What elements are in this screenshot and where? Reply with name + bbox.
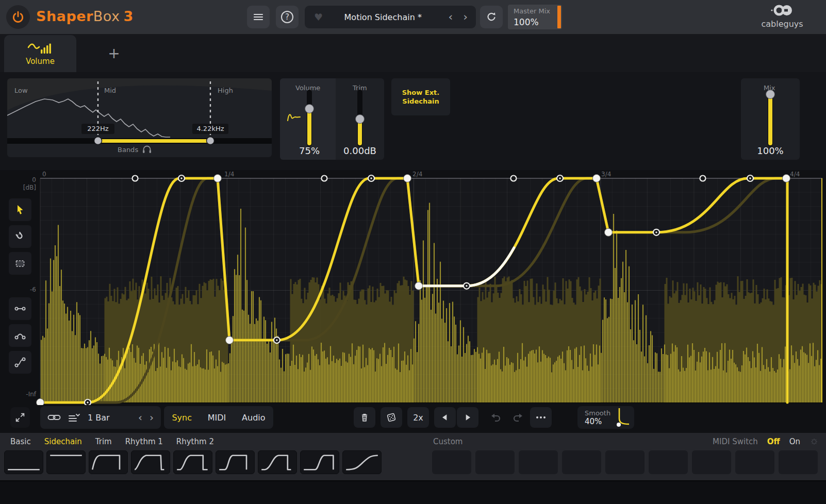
curve-node-ring[interactable] [510, 176, 516, 181]
mix-slider[interactable] [768, 90, 773, 146]
master-mix-control[interactable]: Master Mix 100% [508, 5, 562, 29]
mix-slider-knob[interactable] [766, 90, 775, 99]
crossover-freq-mid-high[interactable]: 4.22kHz [192, 124, 228, 134]
preset-next-button[interactable]: › [458, 6, 473, 28]
volume-slider-knob[interactable] [305, 104, 314, 113]
tool-pointer-button[interactable] [9, 198, 31, 221]
smooth-control[interactable]: Smooth 40% [577, 406, 634, 429]
curve-node-ring[interactable] [133, 176, 138, 181]
curve-node-ringdot[interactable] [653, 229, 659, 236]
double-pattern-button[interactable]: 2x [407, 407, 429, 428]
curve-node-filled[interactable] [37, 399, 44, 406]
bands-panel[interactable]: Low Mid High 222Hz 4.22kHz Bands [7, 78, 272, 157]
custom-wave-slot-4[interactable] [562, 450, 601, 474]
band-mid-label: Mid [104, 87, 116, 94]
trim-slider-knob[interactable] [355, 114, 365, 124]
clear-wave-button[interactable] [354, 407, 375, 428]
band-split-handle-mid-high[interactable] [207, 137, 214, 145]
curve-node-filled[interactable] [404, 175, 411, 182]
category-rhythm2[interactable]: Rhythm 2 [176, 437, 214, 446]
curve-node-filled[interactable] [213, 175, 221, 182]
custom-wave-slot-8[interactable] [735, 450, 774, 474]
tool-arc-button[interactable] [9, 324, 31, 347]
custom-wave-slot-6[interactable] [649, 450, 688, 474]
add-shaper-button[interactable]: + [105, 45, 123, 63]
wave-preset-ramp-s[interactable] [342, 450, 382, 474]
wave-preset-flat-low[interactable] [4, 450, 43, 474]
preset-prev-button[interactable]: ‹ [443, 6, 458, 28]
shift-right-button[interactable] [457, 407, 478, 428]
tool-marquee-button[interactable] [9, 252, 31, 275]
wave-preset-sidechain-1[interactable] [89, 450, 128, 474]
wave-preset-sidechain-6[interactable] [300, 450, 339, 474]
favorite-heart-icon[interactable]: ♥ [314, 11, 323, 23]
curve-node-ringdot[interactable] [557, 175, 563, 181]
curve-node-ringdot[interactable] [747, 175, 753, 181]
midi-switch-off-button[interactable]: Off [767, 437, 780, 446]
midi-switch-settings-gear-icon[interactable] [810, 437, 819, 446]
curve-node-ringdot[interactable] [178, 175, 185, 181]
curve-node-filled[interactable] [592, 175, 600, 182]
master-mix-slider[interactable] [557, 6, 561, 28]
lfo-plot[interactable] [0, 170, 826, 405]
custom-wave-slot-2[interactable] [475, 450, 515, 474]
custom-wave-slot-3[interactable] [519, 450, 558, 474]
curve-node-ring[interactable] [321, 176, 327, 181]
show-ext-sidechain-button[interactable]: Show Ext. Sidechain [391, 78, 450, 115]
reset-preset-button[interactable] [480, 6, 503, 28]
category-trim[interactable]: Trim [95, 437, 112, 446]
curve-node-filled[interactable] [782, 175, 790, 182]
shift-left-button[interactable] [434, 407, 456, 428]
custom-wave-slot-1[interactable] [432, 450, 471, 474]
cableguys-brand[interactable]: cableguys [744, 3, 821, 32]
custom-wave-slot-7[interactable] [692, 450, 731, 474]
category-basic[interactable]: Basic [10, 437, 31, 446]
menu-button[interactable] [247, 6, 270, 28]
wave-preset-flat-high[interactable] [46, 450, 86, 474]
curve-node-ringdot[interactable] [464, 283, 470, 289]
randomize-button[interactable] [381, 407, 402, 428]
length-next-button[interactable]: › [150, 411, 154, 424]
custom-wave-slot-5[interactable] [605, 450, 645, 474]
loop-length-value[interactable]: 1 Bar [88, 413, 110, 423]
mode-audio-button[interactable]: Audio [242, 413, 265, 423]
power-button[interactable] [6, 5, 30, 29]
tab-volume[interactable]: Volume [4, 35, 76, 72]
length-prev-button[interactable]: ‹ [138, 411, 142, 424]
band-split-handle-low-mid[interactable] [94, 137, 102, 145]
curve-node-ringdot[interactable] [274, 337, 280, 343]
curve-node-ring[interactable] [700, 176, 705, 181]
redo-button[interactable] [507, 407, 529, 428]
mode-midi-button[interactable]: MIDI [208, 413, 226, 423]
length-menu-icon[interactable] [68, 412, 80, 423]
midi-switch-on-button[interactable]: On [789, 437, 800, 446]
lfo-editor[interactable]: 0 1/4 2/4 3/4 4/4 0 [dB] -6 -Inf [0, 170, 826, 405]
wave-preset-sidechain-3[interactable] [173, 450, 212, 474]
help-button[interactable]: ? [276, 6, 299, 28]
category-sidechain[interactable]: Sidechain [44, 437, 82, 446]
undo-button[interactable] [485, 407, 506, 428]
preset-selector[interactable]: ♥ Motion Sidechain * ‹ › [305, 6, 476, 28]
trim-slider[interactable] [357, 90, 362, 146]
mode-sync-button[interactable]: Sync [172, 413, 192, 423]
fullscreen-button[interactable] [10, 407, 30, 428]
tool-snap-button[interactable] [9, 225, 31, 248]
tool-line-button[interactable] [9, 297, 31, 320]
curve-node-filled[interactable] [604, 228, 612, 236]
wave-preset-sidechain-4[interactable] [216, 450, 255, 474]
curve-node-filled[interactable] [226, 337, 234, 344]
wave-preset-sidechain-2[interactable] [131, 450, 170, 474]
curve-node-filled[interactable] [415, 282, 423, 290]
preset-name[interactable]: Motion Sidechain * [323, 12, 443, 22]
crossover-freq-low-mid[interactable]: 222Hz [81, 124, 114, 134]
wave-preset-sidechain-5[interactable] [258, 450, 297, 474]
volume-slider[interactable] [307, 90, 312, 146]
more-options-button[interactable] [530, 407, 552, 428]
band-solo-headphones-icon[interactable] [142, 145, 152, 154]
category-rhythm1[interactable]: Rhythm 1 [125, 437, 163, 446]
custom-wave-slot-9[interactable] [779, 450, 818, 474]
curve-node-ringdot[interactable] [85, 399, 91, 405]
tool-s-curve-button[interactable] [9, 351, 31, 374]
curve-node-ringdot[interactable] [368, 175, 374, 181]
link-icon[interactable] [47, 412, 61, 423]
